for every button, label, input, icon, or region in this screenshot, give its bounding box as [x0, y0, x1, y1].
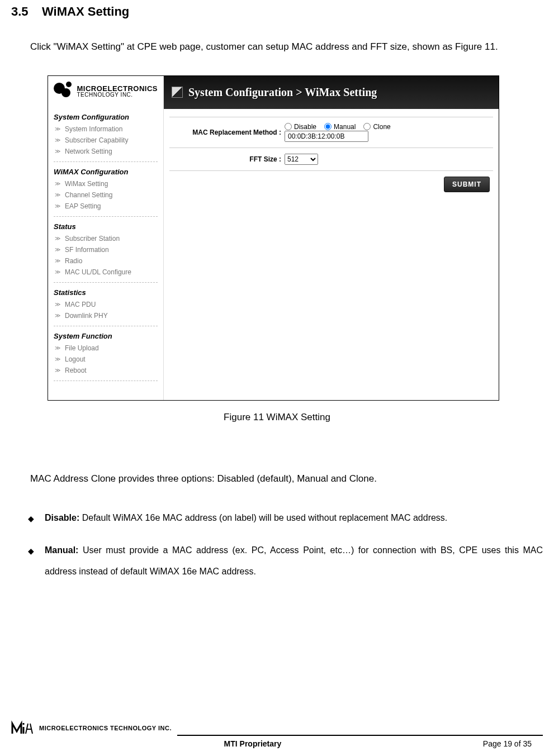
list-item: Disable: Default WiMAX 16e MAC address (… [11, 507, 543, 529]
sidebar-item[interactable]: ≫Downlink PHY [54, 310, 158, 321]
sidebar-item-label: Downlink PHY [65, 312, 108, 320]
sidebar-item[interactable]: ≫MAC UL/DL Configure [54, 267, 158, 278]
nav-group-title: Statistics [54, 288, 158, 297]
sidebar-item[interactable]: ≫SF Information [54, 244, 158, 255]
radio-disable[interactable]: Disable [285, 123, 316, 131]
nav-group-title: System Function [54, 332, 158, 340]
sidebar-item-label: SF Information [65, 246, 109, 254]
intro-paragraph: Click "WiMAX Setting" at CPE web page, c… [11, 36, 543, 59]
radio-clone-label: Clone [373, 123, 390, 131]
chevron-right-icon: ≫ [55, 203, 60, 209]
nav-divider [54, 326, 158, 326]
footer-logo: MICROELECTRONICS TECHNOLOGY INC. [11, 720, 172, 736]
sidebar-item[interactable]: ≫WiMax Setting [54, 178, 158, 189]
breadcrumb: System Configuration > WiMax Setting [188, 86, 377, 99]
sidebar-item[interactable]: ≫Channel Setting [54, 189, 158, 201]
sidebar-item-label: MAC UL/DL Configure [65, 268, 131, 276]
nav-items: ≫System Information≫Subscriber Capabilit… [54, 123, 158, 157]
radio-clone-input[interactable] [363, 123, 371, 130]
nav-group-title: System Configuration [54, 113, 158, 121]
section-title-text: WiMAX Setting [42, 4, 129, 18]
sidebar-item[interactable]: ≫System Information [54, 123, 158, 135]
sidebar-item[interactable]: ≫EAP Setting [54, 201, 158, 212]
sidebar-item[interactable]: ≫MAC PDU [54, 299, 158, 310]
sidebar-item-label: Logout [65, 355, 86, 363]
radio-disable-input[interactable] [285, 123, 292, 130]
chevron-right-icon: ≫ [55, 312, 60, 318]
chevron-right-icon: ≫ [55, 137, 60, 143]
radio-manual[interactable]: Manual [324, 123, 356, 131]
sidebar-item[interactable]: ≫Network Setting [54, 146, 158, 157]
sidebar-item-label: Network Setting [65, 148, 112, 155]
logo-icon [54, 82, 74, 102]
sidebar-item-label: File Upload [65, 344, 99, 352]
radio-manual-input[interactable] [324, 123, 332, 130]
sidebar-item-label: Subscriber Station [65, 235, 120, 243]
sidebar-item[interactable]: ≫Reboot [54, 365, 158, 376]
submit-button[interactable]: SUBMIT [444, 177, 490, 192]
chevron-right-icon: ≫ [55, 235, 60, 241]
footer-proprietary: MTI Proprietary [224, 739, 282, 748]
radio-clone[interactable]: Clone [363, 123, 390, 131]
bullet-list: Disable: Default WiMAX 16e MAC address (… [11, 507, 543, 583]
nav-divider [54, 216, 158, 217]
cpe-app-screenshot: MICROELECTRONICS TECHNOLOGY INC. System … [48, 75, 499, 401]
bullet-text: User must provide a MAC address (ex. PC,… [45, 545, 543, 576]
mac-method-label: MAC Replacement Method : [169, 129, 285, 136]
mac-method-radios: Disable Manual Clone [285, 123, 391, 131]
chevron-right-icon: ≫ [55, 367, 60, 373]
fft-row: FFT Size : 512 [169, 150, 493, 168]
sidebar-item[interactable]: ≫Subscriber Capability [54, 135, 158, 146]
header-icon [172, 87, 183, 98]
divider [169, 148, 493, 148]
company-logo: MICROELECTRONICS TECHNOLOGY INC. [54, 82, 158, 107]
bullet-label: Disable: [45, 513, 79, 522]
chevron-right-icon: ≫ [55, 192, 60, 198]
sidebar-item-label: System Information [65, 125, 122, 133]
mac-address-input[interactable] [285, 131, 368, 142]
section-heading: 3.5 WiMAX Setting [11, 4, 543, 19]
chevron-right-icon: ≫ [55, 258, 60, 264]
sidebar-item[interactable]: ≫Subscriber Station [54, 233, 158, 244]
nav-divider [54, 381, 158, 381]
page-number: Page 19 of 35 [483, 739, 532, 748]
radio-disable-label: Disable [294, 123, 316, 131]
page-footer: MICROELECTRONICS TECHNOLOGY INC. MTI Pro… [11, 720, 543, 748]
bullet-label: Manual: [45, 545, 78, 555]
sidebar-item-label: MAC PDU [65, 301, 96, 308]
footer-logo-icon [11, 720, 36, 736]
fft-label: FFT Size : [169, 155, 285, 163]
nav-divider [54, 282, 158, 283]
figure-11: MICROELECTRONICS TECHNOLOGY INC. System … [48, 75, 543, 401]
sidebar-item-label: Channel Setting [65, 191, 112, 199]
nav-items: ≫File Upload≫Logout≫Reboot [54, 343, 158, 376]
chevron-right-icon: ≫ [55, 180, 60, 187]
sidebar-item[interactable]: ≫Radio [54, 255, 158, 267]
divider [169, 117, 493, 117]
sidebar-item[interactable]: ≫File Upload [54, 343, 158, 354]
nav-group-title: Status [54, 222, 158, 231]
footer-rule [177, 727, 543, 736]
form-area: MAC Replacement Method : Disable Manual [164, 109, 499, 198]
nav-group-title: WiMAX Configuration [54, 168, 158, 176]
sidebar-item[interactable]: ≫Logout [54, 354, 158, 365]
chevron-right-icon: ≫ [55, 246, 60, 253]
chevron-right-icon: ≫ [55, 148, 60, 154]
content-header: System Configuration > WiMax Setting [164, 76, 499, 109]
submit-row: SUBMIT [169, 173, 493, 192]
fft-size-select[interactable]: 512 [285, 154, 318, 165]
footer-company: MICROELECTRONICS TECHNOLOGY INC. [39, 725, 172, 731]
chevron-right-icon: ≫ [55, 356, 60, 362]
nav-divider [54, 161, 158, 162]
chevron-right-icon: ≫ [55, 126, 60, 132]
chevron-right-icon: ≫ [55, 269, 60, 275]
app-sidebar: MICROELECTRONICS TECHNOLOGY INC. System … [48, 76, 163, 400]
figure-caption: Figure 11 WiMAX Setting [11, 412, 543, 423]
sidebar-item-label: WiMax Setting [65, 180, 108, 188]
sidebar-item-label: Subscriber Capability [65, 136, 128, 144]
chevron-right-icon: ≫ [55, 345, 60, 351]
section-number: 3.5 [11, 4, 29, 18]
explain-intro: MAC Address Clone provides three options… [11, 468, 543, 491]
mac-method-row: MAC Replacement Method : Disable Manual [169, 120, 493, 145]
chevron-right-icon: ≫ [55, 301, 60, 307]
